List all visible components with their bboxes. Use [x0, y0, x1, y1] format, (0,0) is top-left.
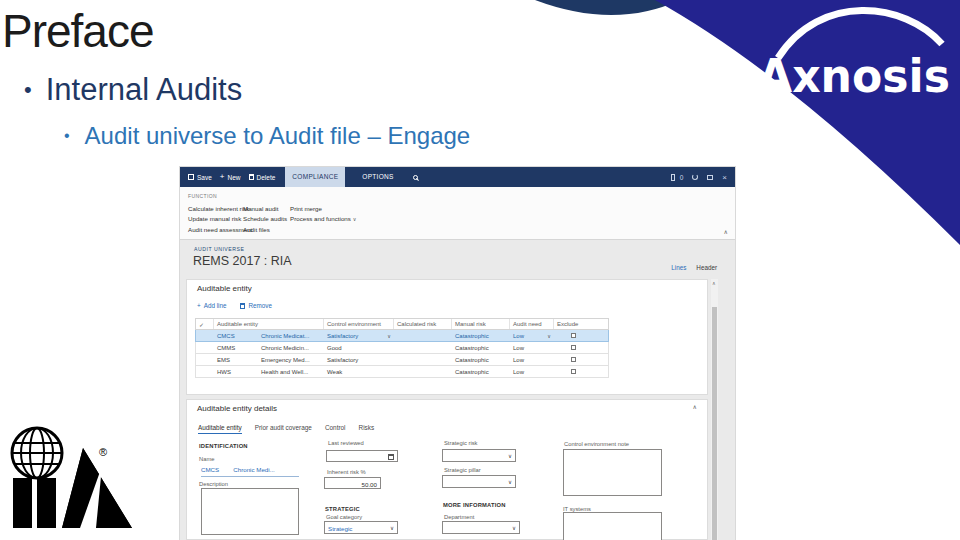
delete-button[interactable]: Delete: [249, 174, 276, 181]
ribbon-group-label: FUNCTION: [188, 193, 217, 199]
cell-select[interactable]: [196, 330, 214, 341]
cell-exclude[interactable]: [554, 366, 610, 377]
select-all-icon[interactable]: ✓: [196, 319, 214, 329]
cell-calculated-risk[interactable]: [394, 366, 452, 377]
cell-manual-risk[interactable]: Catastrophic: [452, 366, 510, 377]
cell-select[interactable]: [196, 354, 214, 365]
name-field[interactable]: CMCS Chronic Medi...: [201, 466, 299, 477]
cell-audit-need[interactable]: Low: [510, 366, 554, 377]
cell-calculated-risk[interactable]: [394, 354, 452, 365]
menu-item-manual-audit[interactable]: Manual audit: [243, 204, 287, 214]
strategic-pillar-select[interactable]: ∨: [442, 475, 516, 488]
cell-entity-name[interactable]: Health and Well...: [258, 366, 324, 377]
calendar-icon[interactable]: [388, 454, 394, 460]
department-label: Department: [444, 514, 474, 520]
col-auditable-entity[interactable]: Auditable entity: [214, 319, 324, 329]
cell-audit-need[interactable]: Low: [510, 342, 554, 353]
col-audit-need[interactable]: Audit need: [510, 319, 554, 329]
col-calculated-risk[interactable]: Calculated risk: [394, 319, 452, 329]
description-textarea[interactable]: [201, 488, 299, 535]
add-line-button[interactable]: + Add line: [197, 302, 226, 309]
inherent-risk-input[interactable]: 50.00: [324, 477, 381, 489]
tab-risks[interactable]: Risks: [359, 424, 375, 434]
goal-category-select[interactable]: Strategic ∨: [324, 521, 398, 534]
cell-calculated-risk[interactable]: [394, 330, 452, 341]
cell-audit-need[interactable]: Low∨: [510, 330, 554, 341]
col-manual-risk[interactable]: Manual risk: [452, 319, 510, 329]
attachments-button[interactable]: 0: [671, 174, 684, 181]
titlebar-right-controls: 0 ×: [671, 173, 727, 182]
cell-entity-code[interactable]: EMS: [214, 354, 258, 365]
menu-item-process-and-functions[interactable]: Process and functions ∨: [290, 214, 356, 224]
table-row[interactable]: CMCSChronic Medicat...Satisfactory∨Catas…: [195, 330, 609, 342]
save-button[interactable]: Save: [188, 174, 212, 181]
cell-entity-name[interactable]: Emergency Med...: [258, 354, 324, 365]
cell-control-environment[interactable]: Satisfactory∨: [324, 330, 394, 341]
cell-entity-code[interactable]: CMCS: [214, 330, 258, 341]
cell-entity-code[interactable]: HWS: [214, 366, 258, 377]
close-icon[interactable]: ×: [722, 173, 727, 182]
refresh-icon[interactable]: [692, 174, 698, 180]
cell-control-environment[interactable]: Satisfactory: [324, 354, 394, 365]
scrollbar-thumb[interactable]: [712, 307, 717, 540]
view-link-lines[interactable]: Lines: [671, 264, 686, 271]
search-icon[interactable]: [413, 175, 418, 180]
control-environment-note-textarea[interactable]: [563, 449, 662, 496]
tab-compliance[interactable]: COMPLIANCE: [285, 167, 345, 187]
cell-calculated-risk[interactable]: [394, 342, 452, 353]
exclude-checkbox[interactable]: [571, 333, 576, 338]
strategic-risk-select[interactable]: ∨: [442, 449, 516, 462]
cell-select[interactable]: [196, 366, 214, 377]
menu-item-print-merge[interactable]: Print merge: [290, 204, 356, 214]
menu-item-audit-files[interactable]: Audit files: [243, 225, 287, 235]
tab-auditable-entity[interactable]: Auditable entity: [198, 424, 242, 434]
corner-navy-wedge: [535, 0, 680, 15]
col-exclude[interactable]: Exclude: [554, 319, 610, 329]
cell-manual-risk[interactable]: Catastrophic: [452, 330, 510, 341]
view-link-header[interactable]: Header: [696, 264, 717, 271]
exclude-checkbox[interactable]: [571, 369, 576, 374]
ribbon-collapse-chevron[interactable]: ∧: [724, 228, 728, 235]
cell-exclude[interactable]: [554, 354, 610, 365]
department-select[interactable]: ∨: [442, 521, 520, 534]
cell-entity-name[interactable]: Chronic Medicin...: [258, 342, 324, 353]
name-text-value[interactable]: Chronic Medi...: [233, 466, 275, 473]
name-code-value[interactable]: CMCS: [201, 466, 219, 473]
plus-icon: +: [220, 174, 225, 180]
cell-manual-risk[interactable]: Catastrophic: [452, 354, 510, 365]
collapse-chevron-icon[interactable]: ∧: [693, 403, 697, 410]
save-icon: [188, 174, 194, 180]
cell-audit-need[interactable]: Low: [510, 354, 554, 365]
it-systems-textarea[interactable]: [563, 512, 662, 540]
bullet-level2: • Audit universe to Audit file – Engage: [64, 122, 470, 150]
attachment-icon: [671, 174, 675, 181]
name-label: Name: [199, 456, 214, 462]
table-row[interactable]: CMMSChronic Medicin...GoodCatastrophicLo…: [195, 342, 609, 354]
last-reviewed-input[interactable]: [326, 450, 398, 462]
exclude-checkbox[interactable]: [571, 357, 576, 362]
cell-entity-code[interactable]: CMMS: [214, 342, 258, 353]
new-button[interactable]: + New: [220, 174, 241, 181]
restore-window-icon[interactable]: [707, 175, 713, 180]
cell-manual-risk[interactable]: Catastrophic: [452, 342, 510, 353]
table-row[interactable]: HWSHealth and Well...WeakCatastrophicLow: [195, 366, 609, 378]
table-header-row: ✓ Auditable entity Control environment C…: [195, 318, 609, 330]
exclude-checkbox[interactable]: [571, 345, 576, 350]
cell-exclude[interactable]: [554, 342, 610, 353]
cell-entity-name[interactable]: Chronic Medicat...: [258, 330, 324, 341]
cell-select[interactable]: [196, 342, 214, 353]
menu-item-schedule-audits[interactable]: Schedule audits: [243, 214, 287, 224]
vertical-scrollbar[interactable]: ∧: [711, 279, 718, 540]
scroll-up-icon[interactable]: ∧: [712, 280, 716, 286]
table-row[interactable]: EMSEmergency Med...SatisfactoryCatastrop…: [195, 354, 609, 366]
cell-exclude[interactable]: [554, 330, 610, 341]
tab-control[interactable]: Control: [325, 424, 346, 434]
cell-control-environment[interactable]: Weak: [324, 366, 394, 377]
tab-prior-audit-coverage[interactable]: Prior audit coverage: [255, 424, 312, 434]
remove-button[interactable]: Remove: [240, 302, 271, 309]
slide: Axnosis Preface • Internal Audits • Audi…: [0, 0, 960, 540]
col-control-environment[interactable]: Control environment: [324, 319, 394, 329]
page-title: Preface: [2, 4, 154, 58]
tab-options[interactable]: OPTIONS: [355, 167, 400, 187]
cell-control-environment[interactable]: Good: [324, 342, 394, 353]
